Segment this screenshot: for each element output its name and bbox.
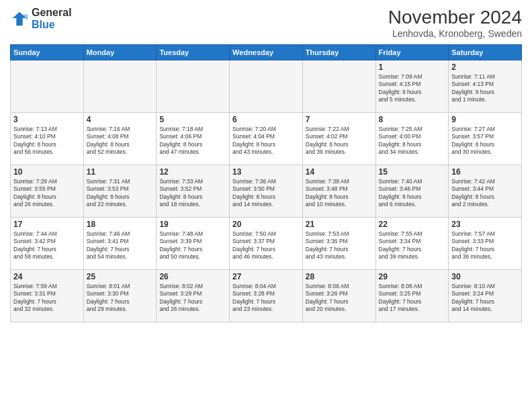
- day-number: 28: [306, 272, 373, 281]
- page: General Blue November 2024 Lenhovda, Kro…: [0, 0, 532, 411]
- day-info: Sunrise: 7:46 AM Sunset: 3:41 PM Dayligh…: [87, 230, 154, 261]
- header-cell-tuesday: Tuesday: [157, 45, 230, 60]
- day-cell: 30Sunrise: 8:10 AM Sunset: 3:24 PM Dayli…: [449, 270, 522, 322]
- day-info: Sunrise: 8:04 AM Sunset: 3:28 PM Dayligh…: [232, 283, 300, 314]
- header-cell-saturday: Saturday: [449, 45, 522, 60]
- day-info: Sunrise: 7:42 AM Sunset: 3:44 PM Dayligh…: [451, 178, 519, 209]
- day-cell: 27Sunrise: 8:04 AM Sunset: 3:28 PM Dayli…: [230, 270, 303, 322]
- day-number: 8: [379, 115, 446, 124]
- day-cell: 12Sunrise: 7:33 AM Sunset: 3:52 PM Dayli…: [157, 165, 230, 218]
- month-title: November 2024: [388, 7, 522, 28]
- day-cell: 24Sunrise: 7:59 AM Sunset: 3:31 PM Dayli…: [11, 270, 84, 322]
- day-number: 26: [159, 272, 226, 281]
- day-number: 16: [451, 167, 519, 177]
- day-number: 27: [232, 272, 300, 281]
- day-number: 12: [159, 167, 226, 177]
- day-info: Sunrise: 7:57 AM Sunset: 3:33 PM Dayligh…: [451, 230, 519, 261]
- day-number: 29: [379, 272, 446, 281]
- day-cell: 13Sunrise: 7:36 AM Sunset: 3:50 PM Dayli…: [230, 165, 303, 218]
- day-number: 11: [87, 167, 154, 177]
- day-info: Sunrise: 7:38 AM Sunset: 3:48 PM Dayligh…: [306, 178, 373, 209]
- day-info: Sunrise: 7:44 AM Sunset: 3:42 PM Dayligh…: [13, 230, 81, 261]
- day-number: 24: [13, 272, 81, 281]
- day-cell: 10Sunrise: 7:29 AM Sunset: 3:55 PM Dayli…: [11, 165, 84, 218]
- day-number: 5: [159, 115, 226, 124]
- header-cell-monday: Monday: [83, 45, 157, 60]
- day-info: Sunrise: 7:50 AM Sunset: 3:37 PM Dayligh…: [232, 230, 300, 261]
- day-cell: 3Sunrise: 7:13 AM Sunset: 4:10 PM Daylig…: [11, 113, 84, 165]
- header-cell-wednesday: Wednesday: [230, 45, 303, 60]
- week-row-1: 1Sunrise: 7:09 AM Sunset: 4:15 PM Daylig…: [11, 60, 522, 113]
- day-info: Sunrise: 7:16 AM Sunset: 4:08 PM Dayligh…: [87, 126, 154, 156]
- day-cell: 25Sunrise: 8:01 AM Sunset: 3:30 PM Dayli…: [83, 270, 157, 322]
- day-number: 1: [379, 62, 446, 72]
- day-info: Sunrise: 7:31 AM Sunset: 3:53 PM Dayligh…: [87, 178, 154, 209]
- day-info: Sunrise: 7:25 AM Sunset: 4:00 PM Dayligh…: [379, 126, 446, 156]
- day-cell: 9Sunrise: 7:27 AM Sunset: 3:57 PM Daylig…: [449, 113, 522, 165]
- day-cell: 15Sunrise: 7:40 AM Sunset: 3:46 PM Dayli…: [375, 165, 449, 218]
- day-cell: 2Sunrise: 7:11 AM Sunset: 4:13 PM Daylig…: [449, 60, 522, 113]
- day-cell: 29Sunrise: 8:08 AM Sunset: 3:25 PM Dayli…: [375, 270, 449, 322]
- day-info: Sunrise: 7:29 AM Sunset: 3:55 PM Dayligh…: [13, 178, 81, 209]
- day-cell: 23Sunrise: 7:57 AM Sunset: 3:33 PM Dayli…: [449, 218, 522, 270]
- day-cell: 28Sunrise: 8:06 AM Sunset: 3:26 PM Dayli…: [302, 270, 375, 322]
- day-info: Sunrise: 7:55 AM Sunset: 3:34 PM Dayligh…: [379, 230, 446, 261]
- day-cell: 1Sunrise: 7:09 AM Sunset: 4:15 PM Daylig…: [375, 60, 449, 113]
- location: Lenhovda, Kronoberg, Sweden: [388, 28, 522, 39]
- day-info: Sunrise: 7:40 AM Sunset: 3:46 PM Dayligh…: [379, 178, 446, 209]
- week-row-3: 10Sunrise: 7:29 AM Sunset: 3:55 PM Dayli…: [11, 165, 522, 218]
- day-number: 10: [13, 167, 81, 177]
- day-info: Sunrise: 7:53 AM Sunset: 3:36 PM Dayligh…: [306, 230, 373, 261]
- day-number: 19: [159, 220, 226, 229]
- day-number: 14: [306, 167, 373, 177]
- day-info: Sunrise: 7:22 AM Sunset: 4:02 PM Dayligh…: [306, 126, 373, 156]
- header-row: SundayMondayTuesdayWednesdayThursdayFrid…: [11, 45, 522, 60]
- day-number: 3: [13, 115, 81, 124]
- day-info: Sunrise: 8:01 AM Sunset: 3:30 PM Dayligh…: [87, 283, 154, 314]
- day-info: Sunrise: 8:08 AM Sunset: 3:25 PM Dayligh…: [379, 283, 446, 314]
- day-info: Sunrise: 7:13 AM Sunset: 4:10 PM Dayligh…: [13, 126, 81, 156]
- day-info: Sunrise: 8:06 AM Sunset: 3:26 PM Dayligh…: [306, 283, 373, 314]
- day-info: Sunrise: 7:33 AM Sunset: 3:52 PM Dayligh…: [159, 178, 226, 209]
- day-info: Sunrise: 8:10 AM Sunset: 3:24 PM Dayligh…: [451, 283, 519, 314]
- svg-marker-0: [13, 11, 27, 26]
- day-number: 30: [451, 272, 519, 281]
- day-cell: 20Sunrise: 7:50 AM Sunset: 3:37 PM Dayli…: [230, 218, 303, 270]
- day-number: 25: [87, 272, 154, 281]
- day-cell: [157, 60, 230, 113]
- day-cell: 26Sunrise: 8:02 AM Sunset: 3:29 PM Dayli…: [157, 270, 230, 322]
- header: General Blue November 2024 Lenhovda, Kro…: [10, 7, 522, 39]
- header-cell-sunday: Sunday: [11, 45, 84, 60]
- logo-icon: [10, 9, 29, 28]
- logo-blue: Blue: [32, 19, 72, 31]
- logo-text: General Blue: [32, 7, 72, 30]
- day-cell: 17Sunrise: 7:44 AM Sunset: 3:42 PM Dayli…: [11, 218, 84, 270]
- day-cell: 22Sunrise: 7:55 AM Sunset: 3:34 PM Dayli…: [375, 218, 449, 270]
- day-info: Sunrise: 7:18 AM Sunset: 4:06 PM Dayligh…: [159, 126, 226, 156]
- calendar-table: SundayMondayTuesdayWednesdayThursdayFrid…: [10, 44, 522, 322]
- day-cell: 14Sunrise: 7:38 AM Sunset: 3:48 PM Dayli…: [302, 165, 375, 218]
- day-info: Sunrise: 7:11 AM Sunset: 4:13 PM Dayligh…: [451, 73, 519, 104]
- day-cell: [83, 60, 157, 113]
- day-cell: 11Sunrise: 7:31 AM Sunset: 3:53 PM Dayli…: [83, 165, 157, 218]
- day-number: 2: [451, 62, 519, 72]
- day-info: Sunrise: 8:02 AM Sunset: 3:29 PM Dayligh…: [159, 283, 226, 314]
- day-cell: 4Sunrise: 7:16 AM Sunset: 4:08 PM Daylig…: [83, 113, 157, 165]
- day-cell: 21Sunrise: 7:53 AM Sunset: 3:36 PM Dayli…: [302, 218, 375, 270]
- day-number: 21: [306, 220, 373, 229]
- day-cell: 5Sunrise: 7:18 AM Sunset: 4:06 PM Daylig…: [157, 113, 230, 165]
- day-info: Sunrise: 7:09 AM Sunset: 4:15 PM Dayligh…: [379, 73, 446, 104]
- week-row-5: 24Sunrise: 7:59 AM Sunset: 3:31 PM Dayli…: [11, 270, 522, 322]
- day-info: Sunrise: 7:59 AM Sunset: 3:31 PM Dayligh…: [13, 283, 81, 314]
- logo: General Blue: [10, 7, 72, 30]
- day-number: 6: [232, 115, 300, 124]
- day-cell: [11, 60, 84, 113]
- day-cell: 6Sunrise: 7:20 AM Sunset: 4:04 PM Daylig…: [230, 113, 303, 165]
- day-cell: [302, 60, 375, 113]
- week-row-4: 17Sunrise: 7:44 AM Sunset: 3:42 PM Dayli…: [11, 218, 522, 270]
- day-number: 7: [306, 115, 373, 124]
- title-area: November 2024 Lenhovda, Kronoberg, Swede…: [388, 7, 522, 39]
- day-info: Sunrise: 7:36 AM Sunset: 3:50 PM Dayligh…: [232, 178, 300, 209]
- day-cell: 19Sunrise: 7:48 AM Sunset: 3:39 PM Dayli…: [157, 218, 230, 270]
- day-cell: 16Sunrise: 7:42 AM Sunset: 3:44 PM Dayli…: [449, 165, 522, 218]
